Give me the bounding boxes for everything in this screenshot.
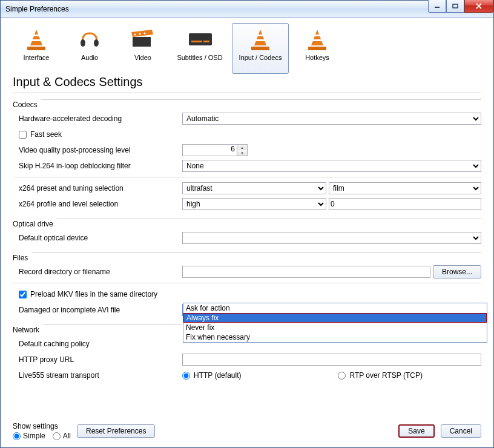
group-files: Files [13,254,28,262]
tab-subtitles-label: Subtitles / OSD [177,54,222,61]
skip-loop-select[interactable]: None [182,160,481,172]
svg-point-8 [134,34,136,36]
tab-video[interactable]: Video [118,23,168,74]
live555-label: Live555 stream transport [13,371,182,380]
reset-preferences-button[interactable]: Reset Preferences [77,424,155,438]
spin-down-icon[interactable]: ▼ [237,150,247,156]
settings-form: Codecs Hardware-accelerated decoding Aut… [5,97,489,418]
caching-label: Default caching policy [13,340,182,348]
tab-audio[interactable]: Audio [65,23,114,74]
tab-hotkeys[interactable]: Hotkeys [292,23,342,74]
show-all-radio[interactable]: All [53,432,71,440]
svg-rect-0 [435,7,440,8]
fast-seek-checkbox[interactable]: Fast seek [13,130,62,139]
x264-level-input[interactable] [329,198,481,210]
hw-decode-label: Hardware-accelerated decoding [13,114,182,123]
svg-rect-12 [191,41,202,42]
subtitles-icon [186,26,213,53]
browse-button[interactable]: Browse... [433,265,481,278]
titlebar: Simple Preferences [1,1,493,18]
svg-marker-7 [131,30,153,37]
page-title: Input & Codecs Settings [13,75,486,89]
tab-audio-label: Audio [81,54,98,61]
x264-profile-select[interactable]: high [182,198,326,210]
clapper-icon [130,26,156,53]
group-network: Network [13,326,39,334]
avi-option-ask[interactable]: Ask for action [183,303,487,313]
headphones-icon [76,26,103,53]
minimize-button[interactable] [428,0,446,13]
category-tabs: Interface Audio Video Subtitles / OSD In… [5,21,489,74]
avi-option-never-fix[interactable]: Never fix [183,323,487,332]
preferences-window: Simple Preferences Interface Audio Video [0,0,494,448]
record-dir-input[interactable] [182,266,430,278]
hw-decode-select[interactable]: Automatic [182,113,481,125]
svg-rect-6 [133,37,151,47]
avi-repair-label: Damaged or incomplete AVI file [13,306,182,314]
tab-interface[interactable]: Interface [12,23,61,74]
tab-interface-label: Interface [24,54,50,61]
x264-preset-label: x264 preset and tuning selection [13,184,182,193]
proxy-label: HTTP proxy URL [13,355,182,364]
maximize-button[interactable] [446,0,464,13]
cone-film-icon [247,26,274,53]
pp-level-label: Video quality post-processing level [13,146,182,154]
avi-option-always-fix[interactable]: Always fix [183,313,487,323]
cone-icon [304,26,331,53]
tab-input-codecs-label: Input / Codecs [239,54,282,61]
tab-subtitles[interactable]: Subtitles / OSD [171,23,228,74]
optical-device-label: Default optical device [13,234,182,242]
skip-loop-label: Skip H.264 in-loop deblocking filter [13,162,182,170]
avi-repair-dropdown-list[interactable]: Ask for action Always fix Never fix Fix … [183,303,487,343]
tab-hotkeys-label: Hotkeys [305,54,329,61]
svg-rect-13 [203,41,209,42]
svg-point-9 [139,33,141,35]
record-dir-label: Record directory or filename [13,268,182,276]
spin-up-icon[interactable]: ▲ [237,145,247,150]
pp-level-spinner[interactable]: 6▲▼ [182,144,248,156]
footer: Show settings Simple All Reset Preferenc… [5,418,489,443]
x264-profile-label: x264 profile and level selection [13,200,182,208]
svg-point-5 [94,39,99,47]
svg-rect-11 [189,33,212,45]
group-optical: Optical drive [13,220,53,228]
divider [13,93,481,93]
cone-icon [23,26,50,53]
window-title: Simple Preferences [5,5,69,13]
x264-tune-select[interactable]: film [329,182,481,194]
preload-mkv-checkbox[interactable]: Preload MKV files in the same directory [13,290,157,298]
tab-input-codecs[interactable]: Input / Codecs [232,23,289,74]
optical-device-select[interactable] [182,232,481,244]
close-button[interactable] [464,0,493,13]
svg-point-10 [144,33,146,35]
save-button[interactable]: Save [398,424,434,438]
avi-option-fix-necessary[interactable]: Fix when necessary [183,332,487,342]
cancel-button[interactable]: Cancel [441,424,481,438]
show-simple-radio[interactable]: Simple [13,432,45,440]
show-settings-label: Show settings [13,422,71,430]
svg-rect-1 [453,4,458,8]
proxy-input[interactable] [182,354,481,366]
live555-http-radio[interactable]: HTTP (default) [182,371,241,380]
group-codecs: Codecs [13,100,38,109]
x264-preset-select[interactable]: ultrafast [182,182,326,194]
live555-rtp-radio[interactable]: RTP over RTSP (TCP) [338,371,422,380]
tab-video-label: Video [134,54,151,61]
svg-point-4 [81,39,85,47]
